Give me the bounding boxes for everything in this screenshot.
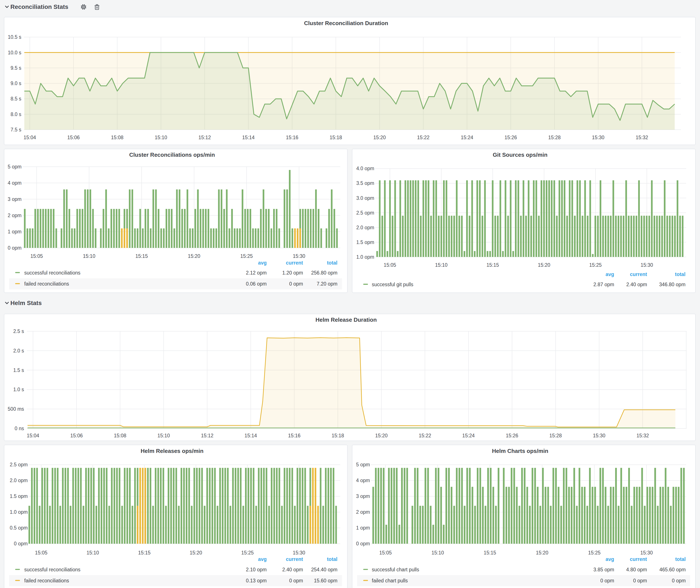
svg-text:4.80 opm: 4.80 opm: [626, 567, 647, 572]
svg-text:avg: avg: [606, 556, 614, 562]
svg-text:failed chart pulls: failed chart pulls: [372, 578, 408, 583]
svg-text:4 opm: 4 opm: [356, 478, 370, 483]
svg-text:3.85 opm: 3.85 opm: [593, 567, 614, 572]
svg-text:current: current: [630, 556, 647, 562]
svg-text:15:10: 15:10: [431, 550, 444, 556]
svg-text:15:15: 15:15: [484, 550, 496, 556]
svg-text:15:25: 15:25: [588, 550, 601, 556]
svg-text:465.60 opm: 465.60 opm: [660, 567, 686, 572]
svg-text:total: total: [675, 556, 686, 562]
svg-text:2 opm: 2 opm: [356, 509, 370, 515]
svg-text:0 opm: 0 opm: [672, 578, 686, 583]
svg-text:5 opm: 5 opm: [356, 462, 370, 467]
svg-text:0 opm: 0 opm: [633, 578, 647, 583]
svg-text:0 opm: 0 opm: [600, 578, 614, 583]
svg-text:0 opm: 0 opm: [356, 541, 370, 546]
svg-text:15:20: 15:20: [536, 550, 548, 556]
svg-text:1 opm: 1 opm: [356, 525, 370, 531]
svg-text:Helm Charts ops/min: Helm Charts ops/min: [492, 448, 548, 454]
svg-text:15:05: 15:05: [379, 550, 392, 556]
svg-text:3 opm: 3 opm: [356, 493, 370, 499]
svg-text:successful chart pulls: successful chart pulls: [372, 567, 419, 572]
svg-text:15:30: 15:30: [640, 550, 653, 556]
